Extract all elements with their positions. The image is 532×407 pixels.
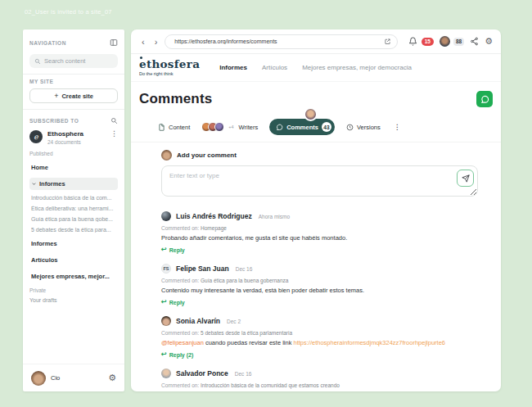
commenter-name: Sonia Alvarín bbox=[176, 317, 220, 325]
comment-input[interactable] bbox=[161, 165, 478, 197]
reply-button[interactable]: ↩ Reply bbox=[161, 246, 478, 253]
comment-text: cuando puedas revisar este link bbox=[205, 339, 291, 346]
document-icon bbox=[158, 124, 165, 131]
sidebar-item-your-drafts[interactable]: Your drafts bbox=[29, 297, 118, 303]
reply-label: Reply bbox=[169, 247, 185, 253]
commented-on-label: Commented on: bbox=[161, 278, 199, 283]
collapse-sidebar-icon[interactable] bbox=[110, 38, 118, 47]
reply-arrow-icon: ↩ bbox=[161, 246, 167, 253]
tab-versions-label: Versions bbox=[357, 124, 381, 131]
reply-label: Reply bbox=[169, 300, 185, 305]
create-site-button[interactable]: + Create site bbox=[29, 88, 118, 103]
comment-body: Contenido muy interesante la verdad, est… bbox=[161, 287, 478, 295]
comments-page: Comments Content +4 Writers bbox=[131, 82, 501, 391]
site-logo[interactable]: ethosfera Do the right think bbox=[139, 59, 200, 77]
account-avatar[interactable] bbox=[440, 36, 450, 47]
user-avatar[interactable] bbox=[31, 371, 46, 386]
comment-body: @felipesanjuan cuando puedas revisar est… bbox=[161, 339, 478, 347]
comment-time: Dec 2 bbox=[227, 319, 241, 324]
site-nav: Informes Artículos Mejores empresas, mej… bbox=[219, 64, 412, 71]
tab-articulos[interactable]: Artículos bbox=[262, 64, 287, 71]
logo-text: ethosfera bbox=[139, 59, 200, 70]
url-input[interactable] bbox=[174, 38, 381, 44]
published-label: Published bbox=[29, 151, 118, 156]
page-title: Comments bbox=[139, 91, 212, 107]
comments-count-badge: 43 bbox=[322, 122, 331, 132]
sidebar-search[interactable] bbox=[29, 54, 118, 68]
sidebar-subitem[interactable]: Guía ética para la buena gobe... bbox=[29, 216, 118, 222]
comment-target: Introducción básica de la comunidad que … bbox=[201, 382, 340, 388]
comment-item: Sonia Alvarín Dec 2 Commented on: 5 deba… bbox=[161, 316, 478, 358]
comment-time: Dec 16 bbox=[235, 371, 252, 377]
tab-writers[interactable]: +4 Writers bbox=[201, 122, 258, 132]
logo-tagline: Do the right think bbox=[139, 71, 200, 76]
comment-time: Ahora mismo bbox=[259, 214, 290, 219]
writers-avatars bbox=[201, 122, 224, 132]
tab-writers-label: Writers bbox=[239, 124, 259, 131]
reply-arrow-icon: ↩ bbox=[161, 299, 167, 305]
document-toolbar: Content +4 Writers Comments 43 bbox=[158, 118, 478, 136]
toolbar-overflow-icon[interactable]: ⋮ bbox=[394, 123, 401, 131]
sidebar-item-home[interactable]: Home bbox=[29, 162, 118, 173]
user-name: Cio bbox=[51, 374, 103, 382]
back-icon[interactable]: ‹ bbox=[139, 37, 147, 47]
private-label: Private bbox=[29, 287, 118, 293]
comments-list: Luis Andrés Rodriguez Ahora mismo Commen… bbox=[161, 211, 478, 391]
send-comment-button[interactable] bbox=[457, 170, 474, 187]
reply-button[interactable]: ↩ Reply bbox=[161, 299, 478, 305]
avatar-count-badge: 88 bbox=[453, 38, 464, 46]
chat-bubble-icon bbox=[276, 124, 283, 131]
forward-icon[interactable]: › bbox=[152, 37, 160, 47]
search-subscriptions-icon[interactable] bbox=[110, 117, 118, 124]
writer-avatar bbox=[214, 122, 224, 132]
settings-gear-icon[interactable]: ⚙ bbox=[108, 373, 116, 382]
open-chat-button[interactable] bbox=[476, 91, 493, 107]
plus-icon: + bbox=[54, 92, 58, 100]
sidebar-item-informes-expanded[interactable]: Informes bbox=[29, 178, 118, 190]
address-bar[interactable] bbox=[165, 34, 398, 49]
comment-target: 5 debates desde la ética parlamentaria bbox=[201, 330, 292, 336]
comment-url-link[interactable]: https://ethospherainformesdjmqk324zz7fro… bbox=[294, 339, 446, 346]
search-icon bbox=[34, 58, 41, 65]
reply-arrow-icon: ↩ bbox=[161, 351, 167, 358]
sidebar-user-row: Cio ⚙ bbox=[23, 364, 124, 391]
open-external-icon[interactable] bbox=[384, 38, 391, 45]
commenter-avatar bbox=[161, 211, 171, 221]
tab-comments-active[interactable]: Comments 43 bbox=[269, 119, 335, 135]
notification-badge: 15 bbox=[422, 38, 434, 46]
tab-content[interactable]: Content bbox=[158, 124, 190, 131]
commenter-avatar bbox=[161, 369, 171, 378]
share-icon[interactable] bbox=[470, 37, 479, 46]
sidebar-item-label: Informes bbox=[39, 180, 65, 188]
sidebar-divider bbox=[23, 74, 124, 75]
create-site-label: Create site bbox=[61, 93, 92, 100]
sidebar-subitem[interactable]: Ética deliberativa: una herrami... bbox=[29, 206, 118, 211]
mention-link[interactable]: @felipesanjuan bbox=[161, 339, 204, 346]
commented-on-label: Commented on: bbox=[161, 330, 199, 336]
sidebar-subitem[interactable]: Introducción básica de la com... bbox=[29, 195, 118, 201]
bell-icon[interactable] bbox=[408, 37, 417, 46]
tab-versions[interactable]: Versions bbox=[346, 124, 381, 131]
tab-mejores-empresas[interactable]: Mejores empresas, mejor democracia bbox=[302, 64, 412, 71]
sidebar-subitem[interactable]: 5 debates desde la ética para... bbox=[29, 227, 118, 233]
subscribed-label: SUBSCRIBED TO bbox=[29, 118, 79, 124]
reply-button[interactable]: ↩ Reply (2) bbox=[161, 351, 478, 358]
site-header: ethosfera Do the right think Informes Ar… bbox=[131, 54, 501, 82]
sidebar-item-mejores-empresas[interactable]: Mejores empresas, mejor... bbox=[29, 271, 118, 282]
commenter-name: Felipe San Juan bbox=[176, 265, 229, 273]
sidebar-item-articulos[interactable]: Artículos bbox=[29, 255, 118, 265]
browser-settings-icon[interactable]: ⚙ bbox=[485, 37, 493, 46]
tab-informes[interactable]: Informes bbox=[219, 64, 247, 71]
logo-dot-icon bbox=[140, 57, 142, 59]
commenter-avatar-initials: FS bbox=[161, 264, 171, 274]
site-avatar: e bbox=[29, 130, 43, 143]
commented-on-label: Commented on: bbox=[161, 382, 199, 388]
site-menu-icon[interactable]: ⋮ bbox=[110, 130, 118, 138]
site-name: Ethosphera bbox=[47, 130, 110, 138]
composer-label: Add your comment bbox=[177, 151, 237, 159]
search-input[interactable] bbox=[44, 57, 113, 65]
sidebar-item-informes[interactable]: Informes bbox=[29, 238, 118, 249]
tab-comments-label: Comments bbox=[286, 124, 318, 131]
subscribed-site-row[interactable]: e Ethosphera 24 documents ⋮ bbox=[29, 130, 118, 145]
watermark-text: 02_User is invited to a site_07 bbox=[25, 8, 112, 16]
